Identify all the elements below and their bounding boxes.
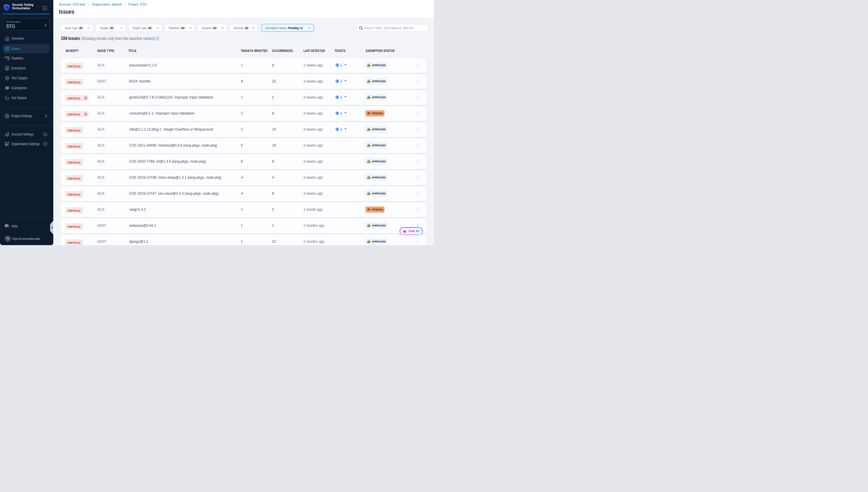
svg-text:?: ? (6, 224, 7, 227)
